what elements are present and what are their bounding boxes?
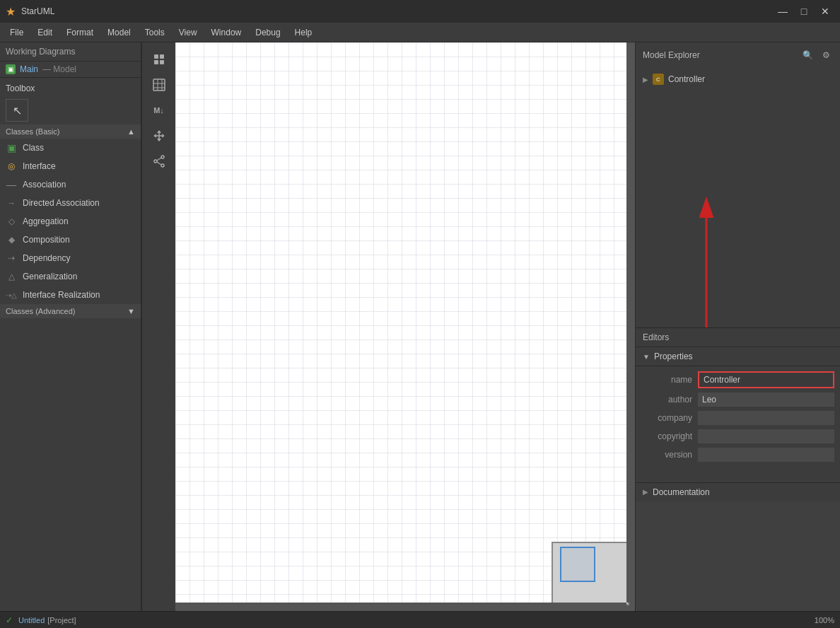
composition-icon: ◆	[6, 234, 17, 245]
prop-value-version[interactable]	[698, 448, 834, 462]
maximize-button[interactable]: □	[795, 2, 813, 21]
canvas-scrollbar-horizontal[interactable]	[175, 603, 626, 611]
documentation-content[interactable]	[636, 501, 840, 612]
prop-value-copyright[interactable]	[698, 429, 834, 443]
md-button[interactable]: M↓	[148, 99, 170, 122]
controller-icon: C	[653, 74, 664, 85]
section-advanced-header[interactable]: Classes (Advanced) ▼	[0, 304, 141, 318]
menu-model[interactable]: Model	[100, 25, 138, 40]
section-basic-label: Classes (Basic)	[6, 127, 59, 136]
annotation-arrow	[636, 186, 840, 327]
section-basic-header[interactable]: Classes (Basic) ▲	[0, 124, 141, 139]
minimap[interactable]	[552, 542, 629, 605]
prop-label-company: company	[641, 413, 698, 423]
prop-value-author[interactable]: Leo	[698, 392, 834, 407]
svg-point-9	[161, 156, 164, 158]
move-button[interactable]	[148, 124, 170, 147]
prop-label-author: author	[641, 395, 698, 405]
search-icon[interactable]: 🔍	[800, 48, 815, 62]
canvas-wrapper[interactable]	[175, 42, 635, 611]
menu-window[interactable]: Window	[204, 25, 249, 40]
left-panel: Working Diagrams ▣ Main — Model Toolbox …	[0, 42, 141, 611]
menu-help[interactable]: Help	[288, 25, 320, 40]
zoom-level: 100%	[815, 616, 834, 624]
association-icon: —	[6, 179, 17, 190]
toolbox-section-basic: Classes (Basic) ▲ ▣ Class ◎ Interface — …	[0, 124, 141, 304]
tool-association[interactable]: — Association	[0, 175, 141, 194]
tool-generalization[interactable]: △ Generalization	[0, 267, 141, 286]
toolbox-header: Toolbox	[0, 77, 141, 96]
directed-association-icon: →	[6, 197, 17, 209]
properties-section-header[interactable]: ▼ Properties	[636, 347, 840, 366]
menu-debug[interactable]: Debug	[248, 25, 287, 40]
properties-collapse-arrow: ▼	[643, 353, 650, 361]
explorer-title: Model Explorer	[643, 50, 700, 60]
menu-file[interactable]: File	[3, 25, 30, 40]
tool-class[interactable]: ▣ Class	[0, 139, 141, 157]
svg-point-10	[154, 160, 157, 163]
prop-value-company[interactable]	[698, 411, 834, 425]
prop-label-copyright: copyright	[641, 431, 698, 441]
diagram-dot: ▣	[6, 64, 16, 74]
explorer-header: Model Explorer 🔍 ⚙	[636, 42, 840, 68]
menu-view[interactable]: View	[172, 25, 204, 40]
svg-point-11	[161, 164, 164, 167]
tool-directed-association-label: Directed Association	[23, 198, 100, 208]
project-name: Untitled	[18, 616, 45, 624]
puzzle-button[interactable]	[148, 48, 170, 71]
controller-item[interactable]: ▶ C Controller	[638, 71, 837, 88]
explorer-actions: 🔍 ⚙	[800, 48, 833, 62]
canvas-scrollbar-vertical[interactable]	[626, 42, 635, 603]
tool-interface-label: Interface	[23, 161, 56, 171]
svg-rect-1	[160, 54, 164, 59]
svg-line-13	[157, 162, 161, 165]
cursor-icon: ↖	[13, 104, 22, 117]
svg-rect-4	[153, 79, 165, 91]
tool-aggregation-label: Aggregation	[23, 216, 69, 226]
settings-icon[interactable]: ⚙	[819, 48, 833, 62]
working-diagrams-header: Working Diagrams	[0, 42, 141, 62]
right-panel: Model Explorer 🔍 ⚙ ▶ C Controller	[635, 42, 840, 611]
tool-interface-realization[interactable]: ⇢△ Interface Realization	[0, 286, 141, 304]
model-explorer: Model Explorer 🔍 ⚙ ▶ C Controller	[636, 42, 840, 328]
svg-rect-0	[154, 54, 158, 59]
aggregation-icon: ◇	[6, 216, 17, 227]
prop-row-company: company	[636, 409, 840, 427]
prop-label-name: name	[641, 375, 698, 385]
dependency-icon: ⇢	[6, 252, 17, 264]
menu-format[interactable]: Format	[59, 25, 100, 40]
svg-rect-3	[160, 60, 164, 64]
close-button[interactable]: ✕	[816, 2, 834, 21]
generalization-icon: △	[6, 271, 17, 282]
minimize-button[interactable]: —	[774, 2, 792, 21]
arrow-annotation-area	[636, 186, 840, 327]
tool-interface[interactable]: ◎ Interface	[0, 157, 141, 175]
prop-row-author: author Leo	[636, 390, 840, 409]
canvas[interactable]	[175, 42, 626, 611]
collapse-icon: ▲	[127, 127, 135, 136]
svg-rect-2	[154, 60, 158, 64]
tool-dependency[interactable]: ⇢ Dependency	[0, 249, 141, 267]
prop-value-name[interactable]: Controller	[698, 371, 834, 388]
explorer-content: ▶ C Controller	[636, 68, 840, 186]
cursor-tool[interactable]: ↖	[6, 99, 28, 122]
documentation-label: Documentation	[653, 487, 710, 497]
diagram-item-main[interactable]: ▣ Main — Model	[0, 62, 141, 77]
project-label[interactable]: Untitled [Project]	[18, 616, 76, 624]
documentation-section[interactable]: ▶ Documentation	[636, 482, 840, 501]
share-button[interactable]	[148, 150, 170, 173]
collapse-icon-adv: ▼	[127, 307, 135, 315]
tool-composition[interactable]: ◆ Composition	[0, 231, 141, 249]
tool-directed-association[interactable]: → Directed Association	[0, 194, 141, 212]
grid-button[interactable]	[148, 74, 170, 96]
menu-tools[interactable]: Tools	[138, 25, 172, 40]
diagram-model: — Model	[42, 64, 76, 74]
class-icon: ▣	[6, 142, 17, 153]
menu-edit[interactable]: Edit	[30, 25, 59, 40]
tool-aggregation[interactable]: ◇ Aggregation	[0, 212, 141, 231]
tool-composition-label: Composition	[23, 235, 70, 245]
app-title: StarUML	[21, 6, 768, 16]
properties-label: Properties	[654, 351, 693, 361]
statusbar: ✓ Untitled [Project] 100%	[0, 611, 840, 628]
tool-association-label: Association	[23, 180, 66, 190]
